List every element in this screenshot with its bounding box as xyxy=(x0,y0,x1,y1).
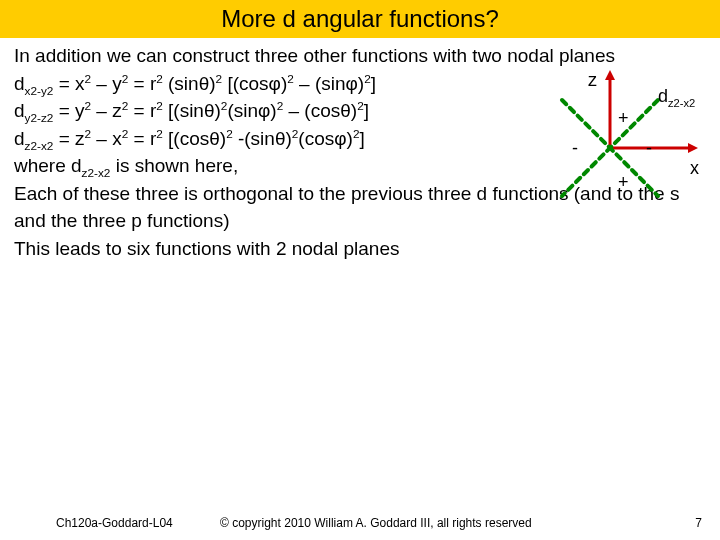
plus-sign-bottom: + xyxy=(618,172,629,193)
footer-copyright: © copyright 2010 William A. Goddard III,… xyxy=(220,516,532,530)
eq2-d: d xyxy=(14,100,25,121)
z-arrowhead-icon xyxy=(605,70,615,80)
slide-title: More d angular functions? xyxy=(221,5,499,33)
eq3-sub: z2-x2 xyxy=(25,138,54,151)
title-bar: More d angular functions? xyxy=(0,0,720,38)
eq2-sub: y2-z2 xyxy=(25,111,54,124)
leads-text: This leads to six functions with 2 nodal… xyxy=(14,235,706,263)
orbital-diagram: z x dz2-x2 + + - - xyxy=(540,68,710,228)
footer-left: Ch120a-Goddard-L04 xyxy=(56,516,173,530)
x-axis-label: x xyxy=(690,158,699,179)
x-arrowhead-icon xyxy=(688,143,698,153)
eq1-d: d xyxy=(14,73,25,94)
eq3-d: d xyxy=(14,128,25,149)
orbital-label: dz2-x2 xyxy=(658,86,695,107)
intro-text: In addition we can construct three other… xyxy=(14,42,706,70)
eq1-sub: x2-y2 xyxy=(25,83,54,96)
plus-sign-top: + xyxy=(618,108,629,129)
page-number: 7 xyxy=(695,516,702,530)
minus-sign-left: - xyxy=(572,138,578,159)
minus-sign-right: - xyxy=(646,138,652,159)
z-axis-label: z xyxy=(588,70,597,91)
